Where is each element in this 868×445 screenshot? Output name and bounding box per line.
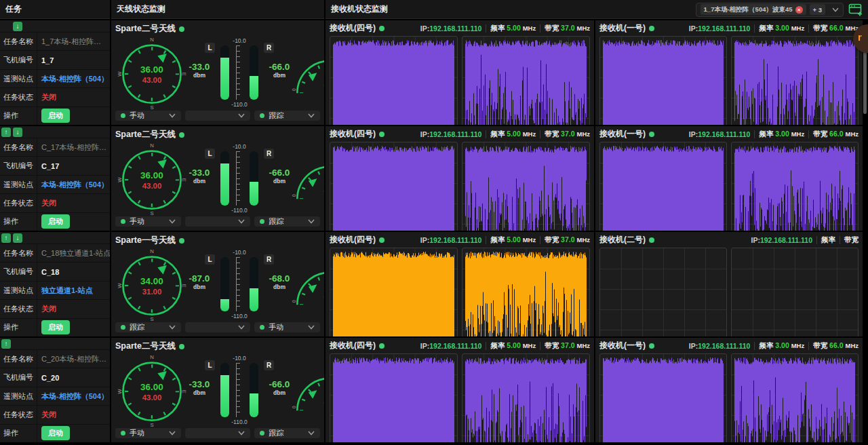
receiver-meta: IP:192.168.111.110 频率 5.00 MHz 带宽 37.0 M… [420,24,590,33]
move-up-button[interactable]: ↑ [1,128,11,137]
mode-status-dot [260,325,264,330]
start-button[interactable]: 启动 [41,426,70,440]
station-link[interactable]: 本场-相控阵（504） [41,180,108,190]
action-value-wrap: 启动 [37,425,110,442]
move-down-button[interactable]: ↓ [13,128,22,137]
compass-pointer [157,159,166,168]
task-name-row: 任务名称 C_18独立通道1-站点5 [0,244,110,262]
more-chips-badge[interactable]: + 3 [810,4,825,15]
spectrum-panels [599,353,859,442]
signal-level-meter-wrap: -10.0 L R -33.0 dbm -66.0 dbm [189,356,290,424]
elevation-mode-select[interactable]: 跟踪 [254,111,320,121]
compass-pointer [157,265,166,274]
elevation-gauge: 90 0 180 28.00 37.00 [290,258,324,311]
left-level-value: -33.0 [184,379,214,389]
meter-top-label: -10.0 [189,37,290,44]
middle-mode-select[interactable] [185,216,251,227]
ip-value: 192.168.111.110 [760,236,812,244]
left-channel-badge: L [205,360,215,370]
middle-mode-select[interactable] [185,428,251,438]
mode-status-dot [121,219,125,224]
compass-s-label: S [150,210,153,216]
chevron-down-icon [169,219,176,224]
task-name-value: C_20本场-相控阵… [37,350,110,368]
ip-value: 192.168.111.110 [429,236,481,244]
elevation-0-label: 0 [291,406,297,408]
status-label: 任务状态 [0,92,37,102]
beam-filter-chip[interactable]: 1_7本场-相控阵（504）波束45 × [701,4,806,15]
station-link[interactable]: 独立通道1-站点 [41,286,93,296]
start-button[interactable]: 启动 [41,109,70,123]
station-row: 遥测站点 本场-相控阵（504） ··· [0,387,110,405]
spectrum-canvas [462,248,589,336]
floating-toolbar-glyph: r [858,31,862,43]
compass-s-label: S [150,104,153,111]
freq-unit: MHz [523,24,536,32]
spectrum-panel-left [330,142,458,231]
move-up-button[interactable]: ↑ [1,339,11,349]
action-label: 操作 [0,428,37,438]
chip-close-icon[interactable]: × [795,6,803,14]
middle-mode-select[interactable] [185,111,251,121]
antenna-title-row: Sparte一号天线 [115,235,320,246]
spectrum-panel-left [330,248,458,336]
freq-value: 5.00 [507,24,520,32]
elevation-gauge: 90 0 180 23.00 30.00 [290,47,324,99]
spectrum-canvas [330,37,457,125]
move-down-button[interactable]: ↓ [13,233,22,243]
chevron-down-icon [308,113,315,118]
station-value-wrap: 本场-相控阵（504） ··· [37,387,110,405]
add-window-button[interactable] [848,2,864,17]
task-reorder-arrows: ↑ ↓ [0,338,110,349]
left-channel-badge: L [205,149,215,159]
elevation-mode-select[interactable]: 跟踪 [254,216,320,227]
azimuth-mode-select[interactable]: 跟踪 [115,322,181,332]
beam-filter-select[interactable]: 1_7本场-相控阵（504）波束45 × + 3 [696,3,844,17]
start-button[interactable]: 启动 [41,214,70,229]
signal-level-meter: -10.0 L R -33.0 dbm -66.0 dbm [189,39,290,107]
azimuth-mode-select[interactable]: 手动 [115,216,181,227]
right-level-value: -66.0 [264,379,294,389]
right-level-fill [250,76,258,100]
middle-mode-select[interactable] [185,322,251,332]
move-down-button[interactable]: ↓ [13,22,22,31]
right-channel-badge: R [264,43,274,53]
move-up-button[interactable]: ↑ [1,233,11,243]
receiver-name: 接收机(二号) [599,234,646,246]
spectrum-canvas [600,142,726,231]
task-name-label: 任务名称 [0,142,37,153]
receiver-card: 接收机(一号) IP:192.168.111.110 频率 3.00 MHz 带… [595,126,863,231]
right-level-bar [250,363,258,417]
azimuth-mode-select[interactable]: 手动 [115,111,181,121]
bw-label: 带宽 [844,235,859,244]
spectrum-panel-right [731,353,859,442]
compass-n-label: N [150,37,154,43]
station-link[interactable]: 本场-相控阵（504） [41,391,108,402]
freq-unit: MHz [791,130,805,138]
antenna-mode-row: 手动 跟踪 [115,111,320,121]
elevation-mode-select[interactable]: 手动 [254,322,320,332]
freq-unit: MHz [523,342,536,349]
right-level-unit: dbm [264,389,294,396]
azimuth-mode-select[interactable]: 手动 [115,428,181,438]
compass-w-label: W [117,71,123,77]
freq-value: 5.00 [507,341,520,349]
status-row: 任务状态 关闭 [0,88,110,106]
station-value-wrap: 本场-相控阵（504） ··· [37,70,110,88]
spectrum-canvas [330,248,457,336]
right-level-fill [250,393,258,417]
beam-filter-chip-label: 1_7本场-相控阵（504）波束45 [704,5,793,14]
azimuth-mode-value: 跟踪 [130,322,144,332]
dashboard-grid: ↑ ↓ 任务名称 1_7本场-相控阵… 飞机编号 1_7 遥测站点 本场-相控阵… [0,20,863,442]
station-link[interactable]: 本场-相控阵（504） [41,74,108,84]
right-level-fill [250,182,258,206]
receiver-column-header: 接收机状态监测 1_7本场-相控阵（504）波束45 × + 3 [326,0,868,19]
spectrum-canvas [330,354,457,442]
plane-id-row: 飞机编号 C_17 [0,156,110,174]
start-button[interactable]: 启动 [41,320,70,334]
antenna-status-dot [179,132,184,138]
receiver-header: 接收机(一号) IP:192.168.111.110 频率 3.00 MHz 带… [599,340,859,351]
elevation-mode-select[interactable]: 跟踪 [254,428,320,438]
ip-label: IP: [751,236,760,244]
right-level-bar [250,151,258,206]
